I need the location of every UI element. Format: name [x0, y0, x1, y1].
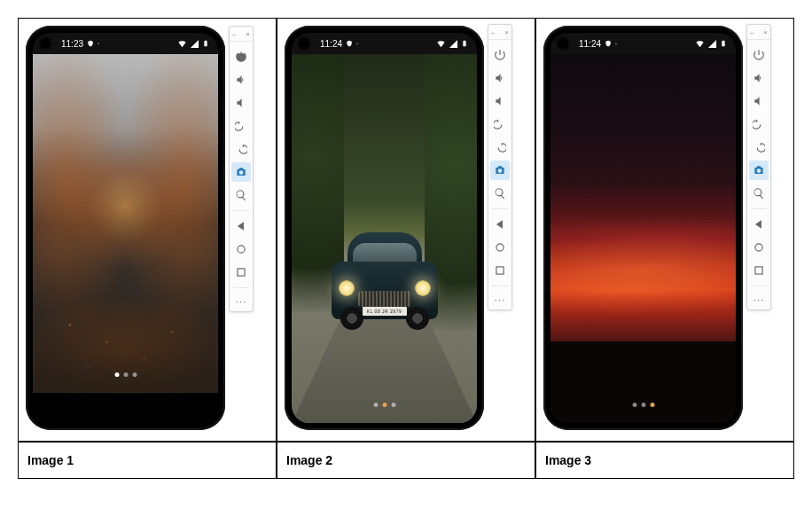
- more-button[interactable]: ···: [235, 294, 246, 308]
- pager-dot[interactable]: [650, 403, 654, 407]
- license-plate: KL 08 JR 2979: [363, 307, 407, 316]
- overview-icon[interactable]: [490, 261, 510, 280]
- close-button[interactable]: ×: [504, 28, 509, 37]
- status-bar: 11:24: [292, 33, 477, 54]
- svg-rect-3: [496, 267, 504, 274]
- rotate-left-icon[interactable]: [490, 114, 510, 134]
- phone-frame: 11:24: [543, 26, 743, 430]
- svg-rect-1: [238, 269, 245, 276]
- back-icon[interactable]: [490, 215, 510, 234]
- home-icon[interactable]: [749, 238, 769, 257]
- home-icon[interactable]: [231, 239, 251, 259]
- volume-up-icon[interactable]: [231, 70, 251, 90]
- camera-punch-hole: [299, 38, 309, 49]
- car-illustration: KL 08 JR 2979: [332, 223, 438, 339]
- more-button[interactable]: ···: [494, 292, 505, 306]
- shield-icon: [87, 40, 94, 47]
- volume-down-icon[interactable]: [749, 91, 769, 111]
- phone-frame: 11:23: [26, 26, 225, 430]
- status-time: 11:24: [320, 39, 342, 49]
- zoom-icon[interactable]: [231, 185, 251, 205]
- pager-dot[interactable]: [373, 403, 378, 407]
- cell-image-3: 11:24: [535, 18, 794, 442]
- pager-dots[interactable]: [373, 403, 395, 407]
- rotate-left-icon[interactable]: [749, 114, 769, 134]
- android-icon: [356, 39, 358, 48]
- emulator-toolbar: – × ···: [488, 24, 512, 310]
- wifi-icon: [177, 39, 187, 49]
- rotate-right-icon[interactable]: [231, 139, 251, 159]
- minimize-button[interactable]: –: [491, 28, 495, 37]
- screenshot-icon[interactable]: [749, 161, 769, 180]
- zoom-icon[interactable]: [490, 184, 510, 203]
- home-icon[interactable]: [490, 238, 510, 257]
- screenshot-icon[interactable]: [490, 161, 510, 180]
- battery-icon: [720, 38, 727, 49]
- phone-screen: 11:24: [550, 33, 736, 423]
- minimize-button[interactable]: –: [750, 28, 753, 37]
- screenshot-grid: 11:23: [18, 18, 794, 479]
- phone-screen: 11:24: [292, 33, 477, 423]
- wifi-icon: [436, 39, 446, 49]
- power-icon[interactable]: [231, 47, 251, 67]
- svg-point-2: [496, 244, 504, 251]
- phone-frame: 11:24: [285, 26, 484, 430]
- wifi-icon: [695, 39, 705, 49]
- pager-dot[interactable]: [641, 403, 645, 407]
- cell-image-2: 11:24: [277, 18, 535, 442]
- more-button[interactable]: ···: [753, 292, 764, 306]
- battery-icon: [461, 38, 468, 49]
- phone-screen: 11:23: [33, 33, 218, 423]
- svg-point-4: [755, 244, 762, 251]
- svg-rect-5: [755, 267, 762, 274]
- close-button[interactable]: ×: [763, 28, 768, 37]
- signal-icon: [190, 39, 199, 49]
- battery-icon: [202, 38, 209, 49]
- pager-dot[interactable]: [382, 403, 386, 407]
- volume-up-icon[interactable]: [490, 68, 510, 88]
- emulator-toolbar: – × ···: [746, 24, 771, 310]
- screenshot-icon[interactable]: [231, 162, 251, 182]
- status-time: 11:24: [579, 39, 601, 49]
- caption-1: Image 1: [18, 442, 277, 479]
- wallpaper-car[interactable]: KL 08 JR 2979: [292, 54, 477, 423]
- wallpaper-autumn[interactable]: [33, 54, 218, 393]
- cell-image-1: 11:23: [18, 18, 277, 442]
- pager-dots[interactable]: [632, 403, 654, 407]
- volume-down-icon[interactable]: [231, 93, 251, 113]
- signal-icon: [707, 39, 717, 49]
- status-bar: 11:24: [550, 33, 736, 54]
- shield-icon: [605, 40, 612, 47]
- rotate-right-icon[interactable]: [749, 137, 769, 157]
- power-icon[interactable]: [490, 45, 510, 65]
- rotate-left-icon[interactable]: [231, 116, 251, 136]
- android-icon: [98, 39, 99, 48]
- android-icon: [615, 39, 617, 48]
- caption-3: Image 3: [535, 442, 794, 479]
- overview-icon[interactable]: [231, 262, 251, 282]
- close-button[interactable]: ×: [246, 30, 250, 39]
- minimize-button[interactable]: –: [232, 30, 236, 39]
- pager-dot[interactable]: [632, 403, 636, 407]
- status-bar: 11:23: [33, 33, 218, 54]
- svg-point-0: [238, 246, 245, 253]
- back-icon[interactable]: [231, 216, 251, 236]
- overview-icon[interactable]: [749, 261, 769, 280]
- pager-dot[interactable]: [123, 372, 128, 377]
- volume-up-icon[interactable]: [749, 68, 769, 88]
- camera-punch-hole: [40, 38, 51, 49]
- zoom-icon[interactable]: [749, 184, 769, 203]
- pager-dot[interactable]: [391, 403, 395, 407]
- bottom-strip: [33, 393, 218, 423]
- caption-2: Image 2: [277, 442, 535, 479]
- pager-dot[interactable]: [114, 372, 119, 377]
- pager-dot[interactable]: [132, 372, 137, 377]
- wallpaper-sunset[interactable]: [550, 54, 736, 423]
- back-icon[interactable]: [749, 215, 769, 234]
- rotate-right-icon[interactable]: [490, 137, 510, 157]
- camera-punch-hole: [558, 38, 568, 49]
- pager-dots[interactable]: [114, 372, 137, 377]
- power-icon[interactable]: [749, 45, 769, 65]
- shield-icon: [346, 40, 353, 47]
- volume-down-icon[interactable]: [490, 91, 510, 111]
